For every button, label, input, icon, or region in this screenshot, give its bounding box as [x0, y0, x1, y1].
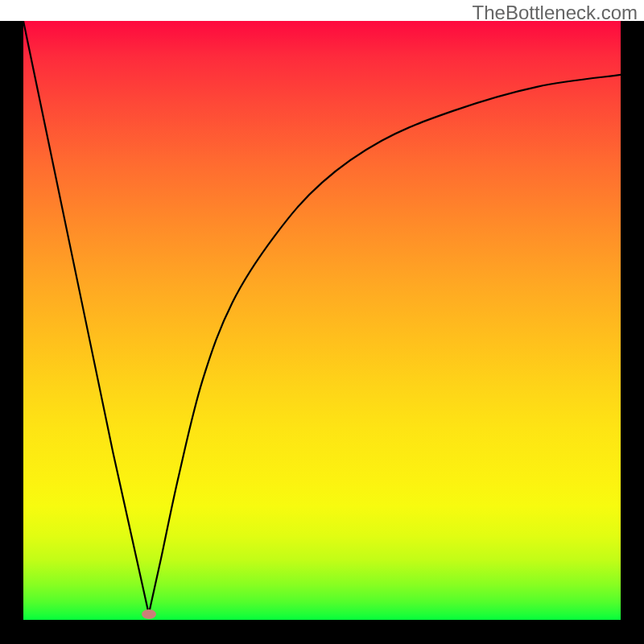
curve-right-branch	[149, 75, 621, 614]
curve-left-branch	[23, 21, 149, 614]
bottleneck-marker	[142, 609, 156, 619]
watermark-text: TheBottleneck.com	[473, 2, 638, 24]
curve-svg	[23, 21, 621, 620]
chart-container: TheBottleneck.com	[0, 0, 644, 644]
plot-area	[23, 21, 621, 620]
